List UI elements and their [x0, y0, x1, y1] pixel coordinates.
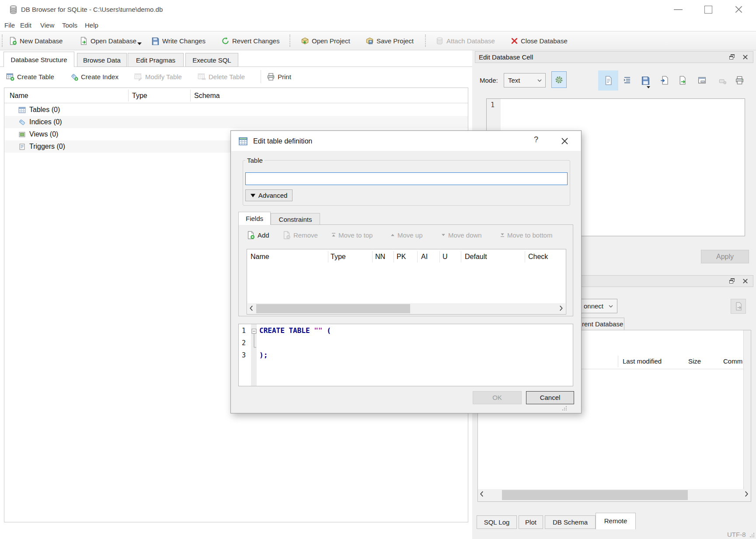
col-type[interactable]: Type [331, 249, 346, 264]
col-check[interactable]: Check [528, 249, 548, 264]
import-cell-icon[interactable] [660, 76, 669, 85]
save-project-button[interactable]: Save Project [366, 32, 414, 50]
menu-view[interactable]: View [38, 19, 56, 31]
tab-plot[interactable]: Plot [519, 515, 543, 529]
tab-browse-data[interactable]: Browse Data [77, 53, 127, 67]
move-down-button[interactable]: Move down [441, 229, 482, 241]
tree-row-tables[interactable]: Tables (0) [5, 104, 468, 116]
remote-push-icon [734, 302, 743, 311]
apply-button[interactable]: Apply [701, 250, 749, 263]
add-field-button[interactable]: Add [247, 229, 269, 241]
encoding-indicator[interactable]: UTF-8 [727, 531, 746, 538]
write-changes-button[interactable]: Write Changes [151, 32, 206, 50]
close-database-button[interactable]: Close Database [511, 32, 568, 50]
print-button[interactable]: Print [267, 66, 291, 87]
remove-field-icon [282, 231, 291, 239]
remote-vertical-scrollbar[interactable] [743, 330, 751, 489]
dialog-title-bar[interactable]: Edit table definition ? [231, 131, 581, 151]
scrollbar-thumb[interactable] [256, 304, 410, 313]
create-table-button[interactable]: Create Table [6, 66, 54, 87]
new-database-button[interactable]: New Database [9, 32, 63, 50]
remove-field-button[interactable]: Remove [282, 229, 318, 241]
table-name-input[interactable] [245, 172, 568, 185]
open-in-window-icon[interactable] [697, 76, 707, 85]
dialog-close-icon[interactable] [561, 137, 569, 145]
menu-edit[interactable]: Edit [18, 19, 33, 31]
col-u[interactable]: U [442, 249, 448, 264]
scroll-right-icon[interactable] [559, 305, 563, 311]
col-name[interactable]: Name [251, 249, 269, 264]
col-pk[interactable]: PK [397, 249, 406, 264]
sql-preview: 1 2 3 CREATE TABLE "" ( ); [238, 324, 573, 386]
move-up-icon [390, 233, 395, 237]
scrollbar-thumb[interactable] [502, 490, 688, 500]
tab-edit-pragmas[interactable]: Edit Pragmas [128, 53, 184, 67]
remote-horizontal-scrollbar[interactable] [478, 489, 751, 501]
export-cell-icon[interactable] [678, 76, 687, 85]
toolbar-separator [289, 35, 290, 47]
remote-col-last-modified[interactable]: Last modified [623, 354, 662, 369]
tab-constraints[interactable]: Constraints [271, 213, 320, 225]
minimize-icon[interactable] [674, 9, 683, 10]
toolbar-separator [425, 35, 426, 47]
advanced-button[interactable]: Advanced [245, 189, 293, 201]
remote-col-commit[interactable]: Comm [723, 354, 742, 369]
print-cell-icon[interactable] [735, 76, 744, 85]
mode-select[interactable]: Text [504, 73, 546, 88]
delete-table-button[interactable]: Delete Table [198, 66, 245, 87]
tree-row-indices[interactable]: Indices (0) [5, 116, 468, 128]
close-panel-icon[interactable] [742, 54, 749, 60]
mode-settings-icon [554, 75, 564, 84]
remote-push-button[interactable] [731, 299, 746, 314]
tree-col-schema[interactable]: Schema [194, 88, 220, 103]
move-up-button[interactable]: Move up [390, 229, 423, 241]
tree-col-type[interactable]: Type [132, 88, 147, 103]
fields-horizontal-scrollbar[interactable] [247, 303, 565, 314]
combo-chevron-icon [537, 79, 542, 82]
tab-fields[interactable]: Fields [238, 212, 271, 225]
dialog-table-icon [238, 136, 248, 146]
tab-database-structure[interactable]: Database Structure [3, 52, 74, 67]
mode-settings-button[interactable] [551, 71, 567, 88]
save-cell-icon[interactable] [641, 76, 650, 85]
dialog-help-icon[interactable]: ? [531, 135, 541, 144]
scroll-left-icon[interactable] [480, 491, 484, 497]
tab-remote[interactable]: Remote [596, 513, 636, 529]
tab-sql-log[interactable]: SQL Log [477, 515, 517, 529]
move-to-top-button[interactable]: Move to top [331, 229, 373, 241]
col-default[interactable]: Default [465, 249, 487, 264]
ok-button[interactable]: OK [473, 391, 522, 404]
save-project-icon [366, 37, 374, 45]
cancel-button[interactable]: Cancel [526, 391, 574, 404]
save-cell-dropdown-icon[interactable] [647, 86, 650, 88]
col-ai[interactable]: AI [421, 249, 428, 264]
open-database-button[interactable]: Open Database [80, 32, 136, 50]
open-project-button[interactable]: Open Project [301, 32, 350, 50]
close-icon[interactable] [735, 5, 743, 14]
close-panel-icon[interactable] [742, 278, 749, 284]
tab-db-schema[interactable]: DB Schema [545, 515, 596, 529]
menu-help[interactable]: Help [83, 19, 100, 31]
attach-database-button[interactable]: Attach Database [435, 32, 495, 50]
scroll-right-icon[interactable] [745, 491, 749, 497]
maximize-icon[interactable] [704, 6, 712, 14]
remote-col-size[interactable]: Size [688, 354, 701, 369]
modify-table-button[interactable]: Modify Table [134, 66, 182, 87]
col-nn[interactable]: NN [375, 249, 385, 264]
tab-execute-sql[interactable]: Execute SQL [185, 53, 238, 67]
tree-col-name[interactable]: Name [10, 88, 28, 103]
float-panel-icon[interactable] [728, 53, 735, 60]
scroll-left-icon[interactable] [249, 305, 253, 311]
menu-tools[interactable]: Tools [60, 19, 79, 31]
float-panel-icon[interactable] [728, 277, 735, 284]
menu-file[interactable]: File [3, 19, 17, 31]
revert-changes-icon [221, 37, 230, 45]
open-database-dropdown-icon[interactable] [137, 42, 142, 45]
revert-changes-button[interactable]: Revert Changes [221, 32, 279, 50]
create-index-button[interactable]: Create Index [70, 66, 118, 87]
null-cell-icon[interactable] [718, 77, 727, 85]
word-wrap-icon[interactable] [623, 76, 632, 85]
fold-marker-icon[interactable] [251, 329, 257, 350]
move-to-bottom-button[interactable]: Move to bottom [500, 229, 552, 241]
text-mode-button[interactable] [598, 70, 618, 91]
